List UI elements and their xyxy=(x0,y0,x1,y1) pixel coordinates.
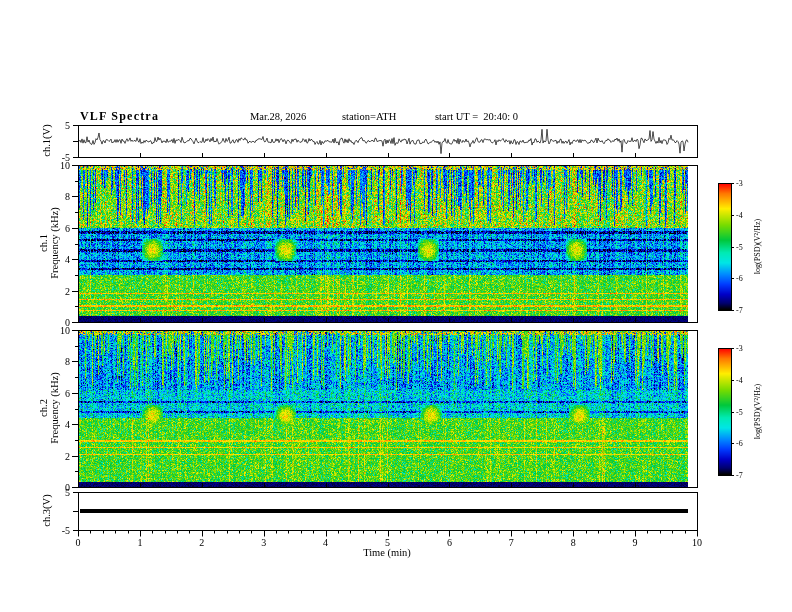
colorbar-tick-label: -3 xyxy=(736,344,743,353)
x-tick-label: 10 xyxy=(687,537,707,548)
y-tick-label: 8 xyxy=(40,356,70,367)
y-tick-label: 5 xyxy=(40,120,70,131)
colorbar-tick-label: -4 xyxy=(736,376,743,385)
y-tick-label: 2 xyxy=(40,286,70,297)
colorbar-label-1: log(PSD)(V²/Hz) xyxy=(753,187,762,307)
text-layer: VLF Spectra Mar.28, 2026 station=ATH sta… xyxy=(0,0,792,612)
x-tick-label: 6 xyxy=(439,537,459,548)
plot-station: station=ATH xyxy=(342,111,396,122)
colorbar-tick-label: -6 xyxy=(736,439,743,448)
y-tick-label: -5 xyxy=(40,152,70,163)
y-tick-label: 5 xyxy=(40,487,70,498)
x-tick-label: 7 xyxy=(501,537,521,548)
plot-title: VLF Spectra xyxy=(80,109,159,124)
y-tick-label: 6 xyxy=(40,388,70,399)
y-tick-label: -5 xyxy=(40,525,70,536)
x-tick-label: 2 xyxy=(192,537,212,548)
colorbar-tick-label: -7 xyxy=(736,471,743,480)
plot-start-ut: start UT = 20:40: 0 xyxy=(435,111,518,122)
y-tick-label: 10 xyxy=(40,325,70,336)
x-tick-label: 3 xyxy=(254,537,274,548)
colorbar-tick-label: -7 xyxy=(736,306,743,315)
y-tick-label: 4 xyxy=(40,419,70,430)
x-axis-label: Time (min) xyxy=(337,547,437,558)
x-tick-label: 4 xyxy=(316,537,336,548)
colorbar-tick-label: -4 xyxy=(736,211,743,220)
x-tick-label: 5 xyxy=(378,537,398,548)
x-tick-label: 8 xyxy=(563,537,583,548)
vlf-spectra-figure: VLF Spectra Mar.28, 2026 station=ATH sta… xyxy=(0,0,792,612)
colorbar-tick-label: -5 xyxy=(736,408,743,417)
colorbar-tick-label: -3 xyxy=(736,179,743,188)
colorbar-label-2: log(PSD)(V²/Hz) xyxy=(753,352,762,472)
colorbar-tick-label: -5 xyxy=(736,243,743,252)
y-tick-label: 6 xyxy=(40,223,70,234)
x-tick-label: 9 xyxy=(625,537,645,548)
y-tick-label: 4 xyxy=(40,254,70,265)
x-tick-label: 1 xyxy=(130,537,150,548)
y-tick-label: 2 xyxy=(40,451,70,462)
y-tick-label: 8 xyxy=(40,191,70,202)
x-tick-label: 0 xyxy=(68,537,88,548)
plot-date: Mar.28, 2026 xyxy=(250,111,306,122)
colorbar-tick-label: -6 xyxy=(736,274,743,283)
